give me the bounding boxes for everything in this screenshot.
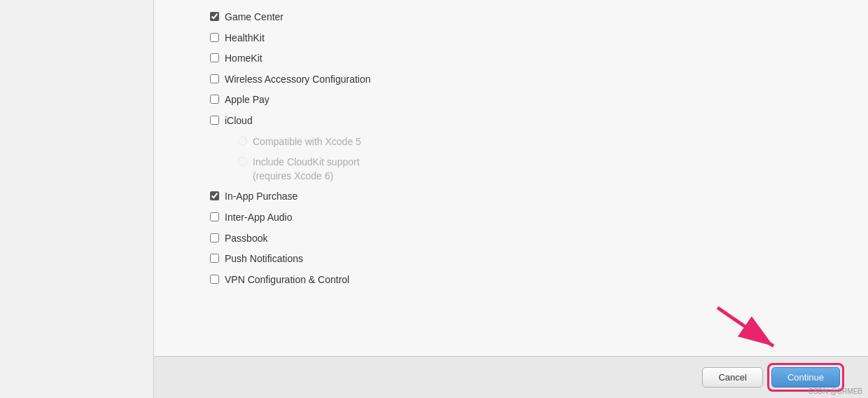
capability-item-passbook: Passbook [154, 228, 868, 249]
capability-text-wireless-accessory: Wireless Accessory Configuration [225, 73, 371, 87]
watermark: CSDN @CRMEB [808, 387, 862, 395]
capability-input-game-center[interactable] [210, 12, 219, 21]
capability-label-game-center[interactable]: Game Center [210, 11, 284, 25]
sidebar [0, 0, 154, 398]
capability-text-healthkit: HealthKit [225, 32, 265, 46]
capability-item-inter-app-audio: Inter-App Audio [154, 207, 868, 228]
capability-label-healthkit[interactable]: HealthKit [210, 32, 265, 46]
capability-item-vpn-config: VPN Configuration & Control [154, 270, 868, 291]
capability-item-wireless-accessory: Wireless Accessory Configuration [154, 69, 868, 90]
capability-input-wireless-accessory[interactable] [210, 74, 219, 83]
capability-label-vpn-config[interactable]: VPN Configuration & Control [210, 273, 349, 287]
continue-button[interactable]: Continue [771, 367, 840, 387]
cancel-button[interactable]: Cancel [702, 367, 762, 387]
capability-label-in-app-purchase[interactable]: In-App Purchase [210, 190, 298, 204]
footer-bar: Cancel Continue CSDN @CRMEB [154, 356, 868, 398]
capability-text-icloud: iCloud [225, 114, 253, 128]
capability-item-xcode5: Compatible with Xcode 5 [154, 132, 868, 153]
capability-label-homekit[interactable]: HomeKit [210, 52, 262, 66]
capability-input-icloud[interactable] [210, 116, 219, 125]
capability-label-passbook[interactable]: Passbook [210, 232, 267, 246]
capability-input-xcode5[interactable] [238, 137, 247, 146]
capability-input-vpn-config[interactable] [210, 275, 219, 284]
continue-wrapper: Continue [771, 367, 840, 387]
capability-text-game-center: Game Center [225, 11, 284, 25]
capability-input-homekit[interactable] [210, 53, 219, 62]
capability-item-homekit: HomeKit [154, 48, 868, 69]
capability-item-apple-pay: Apple Pay [154, 90, 868, 111]
capability-text-homekit: HomeKit [225, 52, 262, 66]
capability-item-push-notifications: Push Notifications [154, 249, 868, 270]
capability-input-passbook[interactable] [210, 233, 219, 242]
capability-input-in-app-purchase[interactable] [210, 191, 219, 200]
capability-text-xcode5: Compatible with Xcode 5 [253, 135, 361, 149]
capability-input-healthkit[interactable] [210, 33, 219, 42]
capability-item-cloudkit: Include CloudKit support (requires Xcode… [154, 152, 868, 186]
capability-label-apple-pay[interactable]: Apple Pay [210, 93, 270, 107]
capability-text-cloudkit: Include CloudKit support (requires Xcode… [253, 156, 360, 183]
capability-input-cloudkit[interactable] [238, 157, 247, 166]
capability-input-push-notifications[interactable] [210, 254, 219, 263]
capability-label-icloud[interactable]: iCloud [210, 114, 253, 128]
capability-item-game-center: Game Center [154, 7, 868, 28]
main-content: Game CenterHealthKitHomeKitWireless Acce… [154, 0, 868, 398]
capability-input-apple-pay[interactable] [210, 95, 219, 104]
capability-input-inter-app-audio[interactable] [210, 212, 219, 221]
capability-label-cloudkit[interactable]: Include CloudKit support (requires Xcode… [238, 156, 360, 183]
capability-label-push-notifications[interactable]: Push Notifications [210, 252, 303, 266]
capability-label-wireless-accessory[interactable]: Wireless Accessory Configuration [210, 73, 371, 87]
capability-item-icloud: iCloud [154, 111, 868, 132]
capability-text-inter-app-audio: Inter-App Audio [225, 211, 293, 225]
capability-text-vpn-config: VPN Configuration & Control [225, 273, 349, 287]
capability-text-push-notifications: Push Notifications [225, 252, 303, 266]
capability-label-inter-app-audio[interactable]: Inter-App Audio [210, 211, 293, 225]
capability-item-in-app-purchase: In-App Purchase [154, 186, 868, 207]
capability-text-in-app-purchase: In-App Purchase [225, 190, 298, 204]
capability-label-xcode5[interactable]: Compatible with Xcode 5 [238, 135, 361, 149]
scroll-area: Game CenterHealthKitHomeKitWireless Acce… [154, 0, 868, 356]
capability-item-healthkit: HealthKit [154, 28, 868, 49]
capability-text-passbook: Passbook [225, 232, 267, 246]
capability-text-apple-pay: Apple Pay [225, 93, 270, 107]
capabilities-list: Game CenterHealthKitHomeKitWireless Acce… [154, 7, 868, 290]
